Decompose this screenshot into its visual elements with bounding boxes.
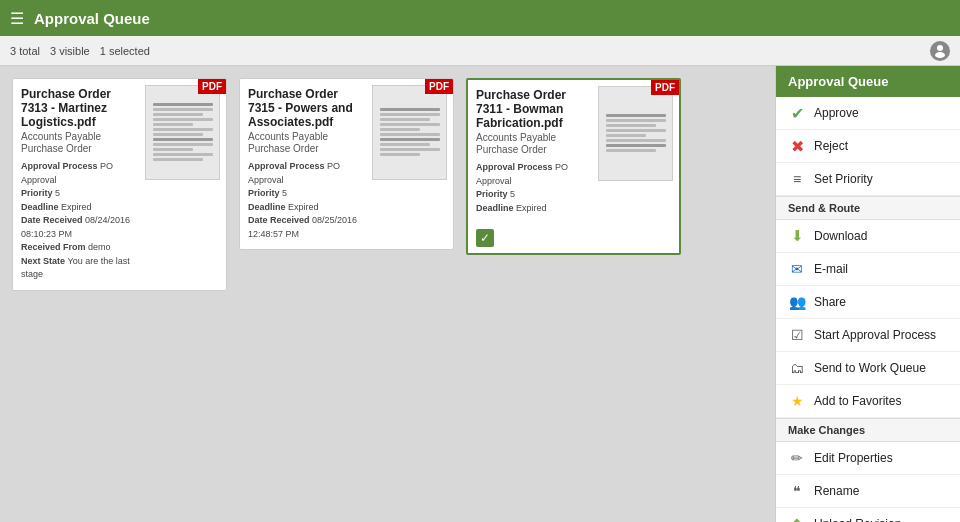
download-label: Download [814, 229, 867, 243]
card-3-title: Purchase Order 7311 - Bowman Fabrication… [476, 88, 594, 130]
card-2-type: Purchase Order [248, 143, 368, 154]
panel-item-rename[interactable]: ❝ Rename [776, 475, 960, 508]
work-queue-icon: 🗂 [788, 359, 806, 377]
share-label: Share [814, 295, 846, 309]
card-1-inner: Purchase Order 7313 - Martinez Logistics… [13, 79, 226, 290]
set-priority-label: Set Priority [814, 172, 873, 186]
section-send-route: Send & Route [776, 196, 960, 220]
card-2-deadline-value: Expired [288, 202, 319, 212]
download-icon: ⬇ [788, 227, 806, 245]
section-make-changes: Make Changes [776, 418, 960, 442]
card-3-priority-value: 5 [510, 189, 515, 199]
panel-item-start-approval[interactable]: ☑ Start Approval Process [776, 319, 960, 352]
panel-item-work-queue[interactable]: 🗂 Send to Work Queue [776, 352, 960, 385]
card-3-check: ✓ [468, 223, 679, 253]
right-panel: Approval Queue ✔ Approve ✖ Reject ≡ Set … [775, 66, 960, 522]
svg-point-0 [937, 45, 943, 51]
approve-icon: ✔ [788, 104, 806, 122]
edit-properties-label: Edit Properties [814, 451, 893, 465]
visible-count: 3 visible [50, 45, 90, 57]
approve-label: Approve [814, 106, 859, 120]
app-header: ☰ Approval Queue [0, 0, 960, 36]
panel-item-download[interactable]: ⬇ Download [776, 220, 960, 253]
card-1-thumbnail [145, 85, 220, 180]
panel-item-reject[interactable]: ✖ Reject [776, 130, 960, 163]
pdf-badge-1: PDF [198, 79, 226, 94]
cards-area: PDF Purchase Order 7313 - Martinez Logis… [0, 66, 775, 522]
card-3-thumbnail [598, 86, 673, 181]
card-2-meta: Approval Process PO Approval Priority 5 … [248, 160, 368, 241]
panel-item-set-priority[interactable]: ≡ Set Priority [776, 163, 960, 196]
app-title: Approval Queue [34, 10, 150, 27]
panel-item-share[interactable]: 👥 Share [776, 286, 960, 319]
card-1-deadline-value: Expired [61, 202, 92, 212]
card-3-priority-label: Priority [476, 189, 510, 199]
card-1-dr-label: Date Received [21, 215, 85, 225]
card-3-inner: Purchase Order 7311 - Bowman Fabrication… [468, 80, 679, 223]
email-icon: ✉ [788, 260, 806, 278]
reject-icon: ✖ [788, 137, 806, 155]
card-1-rf-value: demo [88, 242, 111, 252]
svg-point-1 [935, 52, 945, 58]
rename-icon: ❝ [788, 482, 806, 500]
favorites-label: Add to Favorites [814, 394, 901, 408]
card-3-subtitle: Accounts Payable [476, 132, 594, 143]
selected-count: 1 selected [100, 45, 150, 57]
card-2-priority-label: Priority [248, 188, 282, 198]
priority-icon: ≡ [788, 170, 806, 188]
thumb-lines-1 [153, 103, 213, 163]
start-approval-icon: ☑ [788, 326, 806, 344]
checkmark-icon: ✓ [476, 229, 494, 247]
card-1-ap-label: Approval Process [21, 161, 100, 171]
total-count: 3 total [10, 45, 40, 57]
card-2-dr-label: Date Received [248, 215, 312, 225]
card-1-deadline-label: Deadline [21, 202, 61, 212]
card-2-priority-value: 5 [282, 188, 287, 198]
card-2[interactable]: PDF Purchase Order 7315 - Powers and Ass… [239, 78, 454, 250]
favorites-icon: ★ [788, 392, 806, 410]
card-3-type: Purchase Order [476, 144, 594, 155]
card-1-type: Purchase Order [21, 143, 141, 154]
card-2-subtitle: Accounts Payable [248, 131, 368, 142]
upload-revision-label: Upload Revision [814, 517, 901, 522]
card-2-thumbnail [372, 85, 447, 180]
card-1-priority-value: 5 [55, 188, 60, 198]
card-1-priority-label: Priority [21, 188, 55, 198]
pdf-badge-2: PDF [425, 79, 453, 94]
card-2-ap-label: Approval Process [248, 161, 327, 171]
card-3-meta: Approval Process PO Approval Priority 5 … [476, 161, 594, 215]
card-1-ns-label: Next State [21, 256, 68, 266]
panel-item-email[interactable]: ✉ E-mail [776, 253, 960, 286]
card-2-title: Purchase Order 7315 - Powers and Associa… [248, 87, 368, 129]
sub-header: 3 total 3 visible 1 selected [0, 36, 960, 66]
pdf-badge-3: PDF [651, 80, 679, 95]
work-queue-label: Send to Work Queue [814, 361, 926, 375]
card-3[interactable]: PDF Purchase Order 7311 - Bowman Fabrica… [466, 78, 681, 255]
reject-label: Reject [814, 139, 848, 153]
thumb-lines-2 [380, 108, 440, 158]
card-2-inner: Purchase Order 7315 - Powers and Associa… [240, 79, 453, 249]
panel-item-approve[interactable]: ✔ Approve [776, 97, 960, 130]
card-1[interactable]: PDF Purchase Order 7313 - Martinez Logis… [12, 78, 227, 291]
thumb-lines-3 [606, 114, 666, 154]
card-1-meta: Approval Process PO Approval Priority 5 … [21, 160, 141, 282]
card-1-subtitle: Accounts Payable [21, 131, 141, 142]
card-1-title: Purchase Order 7313 - Martinez Logistics… [21, 87, 141, 129]
upload-revision-icon: ⬆ [788, 515, 806, 522]
rename-label: Rename [814, 484, 859, 498]
email-label: E-mail [814, 262, 848, 276]
panel-item-favorites[interactable]: ★ Add to Favorites [776, 385, 960, 418]
menu-icon[interactable]: ☰ [10, 9, 24, 28]
panel-item-edit-properties[interactable]: ✏ Edit Properties [776, 442, 960, 475]
card-3-deadline-label: Deadline [476, 203, 516, 213]
panel-item-upload-revision[interactable]: ⬆ Upload Revision [776, 508, 960, 522]
right-panel-title: Approval Queue [776, 66, 960, 97]
card-3-ap-label: Approval Process [476, 162, 555, 172]
card-1-rf-label: Received From [21, 242, 88, 252]
main-content: PDF Purchase Order 7313 - Martinez Logis… [0, 66, 960, 522]
edit-properties-icon: ✏ [788, 449, 806, 467]
start-approval-label: Start Approval Process [814, 328, 936, 342]
user-avatar[interactable] [930, 41, 950, 61]
share-icon: 👥 [788, 293, 806, 311]
card-2-deadline-label: Deadline [248, 202, 288, 212]
